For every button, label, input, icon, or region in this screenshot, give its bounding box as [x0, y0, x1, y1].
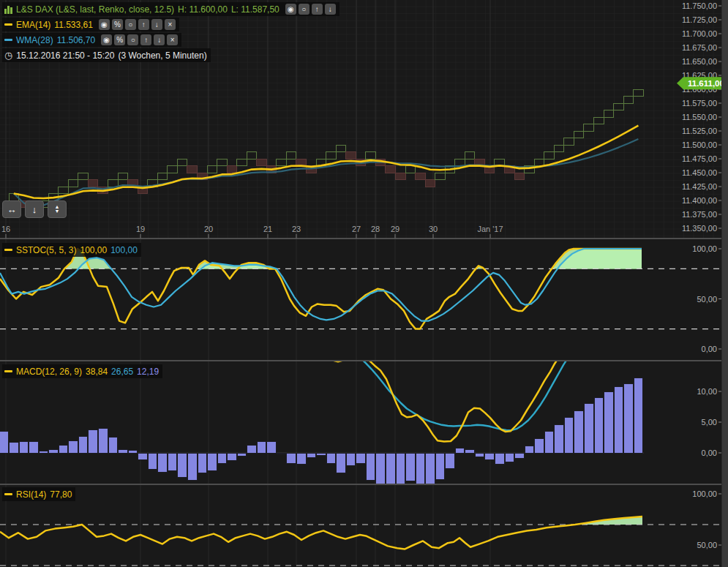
svg-text:11.611,00: 11.611,00 [688, 79, 724, 88]
arrow-up-button[interactable]: ↑ [138, 19, 149, 30]
last-price-tag: 11.611,00 [677, 77, 728, 89]
svg-text:20: 20 [204, 225, 213, 233]
macd-color-swatch [4, 370, 12, 372]
price-axis: 11.750,0011.725,0011.700,0011.675,0011.6… [682, 1, 722, 233]
macd-hist-value: 12,19 [137, 367, 159, 377]
svg-text:50,00: 50,00 [697, 295, 717, 304]
eye-button[interactable]: ◉ [101, 34, 112, 45]
svg-text:11.425,00: 11.425,00 [682, 182, 717, 191]
svg-text:50,00: 50,00 [697, 541, 717, 549]
eye-button[interactable]: ◉ [285, 4, 296, 15]
svg-text:11.650,00: 11.650,00 [682, 57, 717, 66]
percent-button[interactable]: % [114, 34, 125, 45]
instrument-title: L&S DAX (L&S, last, Renko, close, 12.5) [16, 4, 174, 15]
instrument-low: L: 11.587,50 [231, 4, 279, 15]
time-range-text: 15.12.2016 21:50 - 15:20 [16, 50, 114, 61]
time-range-detail: (3 Wochen, 5 Minuten) [118, 50, 206, 61]
wma-toolbar: ◉%○↑↓× [99, 34, 178, 45]
instrument-toolbar: ◉○↑↓ [283, 4, 336, 15]
arrow-up-button[interactable]: ↑ [312, 4, 323, 15]
svg-text:11.525,00: 11.525,00 [682, 127, 717, 135]
rsi-color-swatch [4, 493, 12, 495]
triangle-down-icon: ▼ [55, 209, 60, 214]
svg-text:10,00: 10,00 [697, 387, 717, 396]
svg-text:23: 23 [292, 225, 301, 233]
svg-text:0,00: 0,00 [702, 345, 717, 353]
svg-text:11.475,00: 11.475,00 [682, 154, 717, 163]
svg-text:11.550,00: 11.550,00 [682, 113, 717, 121]
arrow-down-button[interactable]: ↓ [151, 19, 162, 30]
circle-button[interactable]: ○ [125, 19, 136, 30]
svg-text:21: 21 [263, 225, 272, 233]
svg-text:11.725,00: 11.725,00 [682, 15, 717, 24]
svg-text:16: 16 [1, 225, 10, 233]
chart-canvas[interactable]: 11.750,0011.725,0011.700,0011.675,0011.6… [0, 0, 728, 567]
instrument-icon [4, 5, 12, 14]
wma-value: 11.506,70 [57, 35, 96, 45]
svg-text:11.350,00: 11.350,00 [682, 224, 717, 233]
svg-text:100,00: 100,00 [692, 244, 717, 253]
percent-button[interactable]: % [112, 19, 123, 30]
svg-text:11.400,00: 11.400,00 [682, 196, 717, 205]
close-button[interactable]: × [165, 19, 176, 30]
eye-button[interactable]: ◉ [99, 19, 110, 30]
svg-text:11.500,00: 11.500,00 [682, 140, 717, 149]
svg-text:0,00: 0,00 [702, 448, 717, 457]
svg-text:11.675,00: 11.675,00 [682, 43, 717, 52]
ema-row: EMA(14) 11.533,61 ◉%○↑↓× [2, 18, 179, 31]
svg-text:Jan '17: Jan '17 [477, 225, 503, 233]
ema-color-swatch [4, 23, 12, 26]
ema-label: EMA(14) [16, 20, 50, 30]
svg-text:30: 30 [429, 225, 438, 233]
time-range-row: ◷ 15.12.2016 21:50 - 15:20 (3 Wochen, 5 … [2, 48, 211, 62]
stochastic-legend-row: SSTOC(5, 5, 3) 100,00 100,00 [2, 243, 141, 257]
trading-chart-window: 11.750,0011.725,0011.700,0011.675,0011.6… [0, 0, 728, 567]
rsi-legend: RSI(14) 77,80 [2, 487, 75, 503]
stochastic-legend: SSTOC(5, 5, 3) 100,00 100,00 [2, 243, 141, 258]
scroll-horizontal-button[interactable]: ↔ [2, 200, 21, 218]
scroll-down-button[interactable]: ↓ [25, 200, 44, 218]
stochastic-k-value: 100,00 [80, 245, 107, 255]
circle-button[interactable]: ○ [127, 34, 138, 45]
macd-signal-value: 26,65 [111, 367, 133, 377]
macd-label: MACD(12, 26, 9) [16, 367, 82, 377]
close-button[interactable]: × [167, 34, 178, 45]
rsi-label: RSI(14) [16, 489, 46, 500]
stochastic-d-value: 100,00 [110, 245, 138, 255]
stochastic-label: SSTOC(5, 5, 3) [16, 245, 76, 255]
instrument-row: L&S DAX (L&S, last, Renko, close, 12.5) … [2, 2, 339, 16]
macd-value: 38,84 [86, 367, 108, 377]
circle-button[interactable]: ○ [299, 4, 309, 15]
macd-legend: MACD(12, 26, 9) 38,84 26,65 12,19 [2, 364, 162, 380]
svg-text:5,00: 5,00 [702, 418, 717, 427]
chart-bottom-toolbar: ↔ ↓ ▲▼ [2, 200, 70, 218]
rsi-legend-row: RSI(14) 77,80 [2, 487, 75, 501]
rsi-value: 77,80 [50, 489, 72, 500]
svg-text:11.700,00: 11.700,00 [682, 29, 717, 38]
instrument-high: H: 11.600,00 [178, 4, 228, 15]
svg-text:29: 29 [391, 225, 399, 233]
arrow-up-button[interactable]: ↑ [140, 34, 151, 45]
clock-icon: ◷ [4, 50, 12, 60]
right-border-strip[interactable] [721, 0, 728, 567]
wma-row: WMA(28) 11.506,70 ◉%○↑↓× [2, 33, 181, 47]
macd-legend-row: MACD(12, 26, 9) 38,84 26,65 12,19 [2, 364, 162, 378]
arrow-down-button[interactable]: ↓ [154, 34, 165, 45]
arrow-down-button[interactable]: ↓ [325, 4, 336, 15]
wma-label: WMA(28) [16, 35, 53, 45]
svg-text:11.450,00: 11.450,00 [682, 168, 717, 177]
svg-text:19: 19 [136, 225, 145, 233]
main-chart-legend: L&S DAX (L&S, last, Renko, close, 12.5) … [2, 2, 339, 64]
svg-text:11.750,00: 11.750,00 [682, 1, 717, 10]
svg-text:11.375,00: 11.375,00 [682, 210, 717, 219]
svg-text:11.575,00: 11.575,00 [682, 99, 717, 108]
fit-vertical-button[interactable]: ▲▼ [48, 200, 67, 218]
ema-toolbar: ◉%○↑↓× [97, 19, 176, 30]
ema-value: 11.533,61 [54, 20, 93, 30]
svg-text:28: 28 [371, 225, 380, 233]
wma-color-swatch [4, 39, 12, 41]
svg-text:100,00: 100,00 [692, 489, 717, 498]
svg-text:27: 27 [352, 225, 361, 233]
stochastic-color-swatch [4, 249, 12, 251]
